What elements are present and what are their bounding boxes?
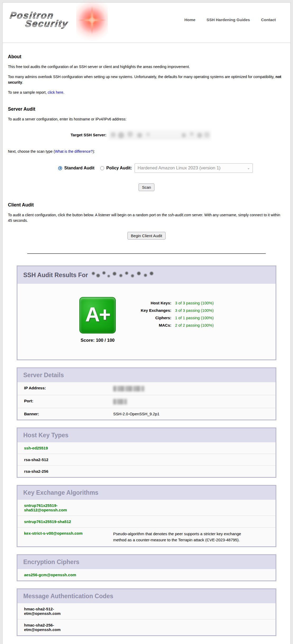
client-audit-domain: ssh-audit.com xyxy=(168,213,191,217)
mac-algorithm: hmac-sha2-256-etm@openssh.com xyxy=(24,623,113,632)
chevron-down-icon: ⌄ xyxy=(247,166,250,170)
algorithm-name: sntrup761x25519-sha512@openssh.com xyxy=(24,503,90,512)
site-logo[interactable]: Positron Security xyxy=(10,11,116,29)
standard-audit-label: Standard Audit xyxy=(64,166,94,170)
site-header: Positron Security Home SSH Hardening Gui… xyxy=(3,3,290,43)
nav-ssh-hardening-guides[interactable]: SSH Hardening Guides xyxy=(207,17,250,22)
kex-algorithm: sntrup761x25519-sha512 xyxy=(24,519,113,524)
table-row: kex-strict-s-v00@openssh.com Pseudo-algo… xyxy=(17,527,276,546)
grade-letter: A+ xyxy=(85,304,110,326)
cipher-algorithm: aes256-gcm@openssh.com xyxy=(24,573,113,577)
algorithm-name: hmac-sha2-256-etm@openssh.com xyxy=(24,623,80,632)
encryption-ciphers-header: Encryption Ciphers xyxy=(17,555,276,569)
table-row: sntrup761x25519-sha512@openssh.com xyxy=(17,500,276,516)
server-audit-title: Server Audit xyxy=(8,106,285,112)
ip-address-label: IP Address: xyxy=(24,386,113,390)
table-row: hmac-sha2-256-etm@openssh.com xyxy=(17,619,276,635)
grade-badge: A+ xyxy=(79,297,116,334)
standard-audit-radio[interactable] xyxy=(58,166,62,170)
algorithm-name: aes256-gcm@openssh.com xyxy=(24,573,76,577)
table-row: Port: xyxy=(17,395,276,408)
host-key-algorithm: rsa-sha2-512 xyxy=(24,457,113,462)
stat-label-ciphers: Ciphers: xyxy=(131,316,171,320)
table-row: sntrup761x25519-sha512 xyxy=(17,516,276,527)
about-p2-text: Too many admins overlook SSH configurati… xyxy=(8,75,276,79)
audit-results-box: SSH Audit Results For A+ Score: 100 / 10… xyxy=(17,265,276,360)
table-row: Banner: SSH-2.0-OpenSSH_9.2p1 xyxy=(17,408,276,420)
table-row: aes256-gcm@openssh.com xyxy=(17,569,276,580)
macs-header: Message Authentication Codes xyxy=(17,589,276,603)
scan-type-difference-link[interactable]: What is the difference? xyxy=(55,149,93,154)
stat-value-ciphers: 1 of 1 passing (100%) xyxy=(175,316,214,320)
redacted-hostname xyxy=(91,270,157,280)
nav-contact[interactable]: Contact xyxy=(261,17,276,22)
audit-results-title: SSH Audit Results For xyxy=(23,272,88,279)
scan-button[interactable]: Scan xyxy=(139,183,154,191)
banner-label: Banner: xyxy=(24,412,113,416)
policy-select-value: Hardened Amazon Linux 2023 (version 1) xyxy=(138,165,221,171)
stat-value-host-keys: 3 of 3 passing (100%) xyxy=(175,301,214,305)
mac-algorithm: hmac-sha2-512-etm@openssh.com xyxy=(24,607,113,616)
stats-grid: Host Keys: 3 of 3 passing (100%) Key Exc… xyxy=(131,301,214,343)
grade-column: A+ Score: 100 / 100 xyxy=(79,297,116,343)
algorithm-name: kex-strict-s-v00@openssh.com xyxy=(24,531,83,535)
key-exchange-box: Key Exchange Algorithms sntrup761x25519-… xyxy=(17,485,276,547)
table-row: rsa-sha2-256 xyxy=(17,465,276,477)
stat-label-macs: MACs: xyxy=(131,323,171,327)
about-p3-text: To see a sample report, xyxy=(8,90,48,94)
port-value-redacted xyxy=(113,399,127,404)
about-paragraph-1: This free tool audits the configuration … xyxy=(8,64,284,70)
about-p3-end: . xyxy=(63,90,64,94)
port-label: Port: xyxy=(24,399,113,403)
logo-text-line2: Security xyxy=(25,19,69,29)
audit-results-header: SSH Audit Results For xyxy=(17,266,276,284)
ip-address-value-redacted xyxy=(113,386,144,391)
policy-audit-label: Policy Audit: xyxy=(106,166,132,170)
encryption-ciphers-box: Encryption Ciphers aes256-gcm@openssh.co… xyxy=(17,554,276,581)
table-row: hmac-sha2-512-etm@openssh.com xyxy=(17,603,276,619)
about-p2-end: . xyxy=(22,80,23,84)
policy-audit-radio[interactable] xyxy=(100,166,104,170)
table-row: IP Address: xyxy=(17,382,276,395)
algorithm-name: rsa-sha2-512 xyxy=(24,457,48,462)
host-key-types-header: Host Key Types xyxy=(17,428,276,442)
algorithm-name: ssh-ed25519 xyxy=(24,446,48,450)
scan-type-end: ): xyxy=(93,149,95,154)
stat-value-macs: 2 of 2 passing (100%) xyxy=(175,323,214,327)
algorithm-name: sntrup761x25519-sha512 xyxy=(24,519,71,524)
client-audit-text: To audit a client configuration, click t… xyxy=(8,213,168,217)
server-details-header: Server Details xyxy=(17,368,276,382)
kex-algorithm-note: Pseudo-algorithm that denotes the peer s… xyxy=(113,531,253,543)
host-key-algorithm: rsa-sha2-256 xyxy=(24,469,113,474)
section-divider xyxy=(27,253,265,254)
about-title: About xyxy=(8,54,285,60)
server-details-box: Server Details IP Address: Port: Banner:… xyxy=(17,367,276,420)
policy-select[interactable]: Hardened Amazon Linux 2023 (version 1) ⌄ xyxy=(135,163,253,173)
server-audit-intro: To audit a server configuration, enter i… xyxy=(8,116,284,122)
sample-report-link[interactable]: click here xyxy=(48,90,63,94)
scan-type-line: Next, choose the scan type (What is the … xyxy=(8,149,284,154)
main-page-card: Positron Security Home SSH Hardening Gui… xyxy=(2,2,291,644)
host-key-types-box: Host Key Types ssh-ed25519 rsa-sha2-512 … xyxy=(17,427,276,478)
nav-home[interactable]: Home xyxy=(184,17,195,22)
algorithm-name: hmac-sha2-512-etm@openssh.com xyxy=(24,607,80,616)
begin-client-audit-button[interactable]: Begin Client Audit xyxy=(127,232,166,240)
client-audit-paragraph: To audit a client configuration, click t… xyxy=(8,212,284,223)
table-row: rsa-sha2-512 xyxy=(17,454,276,465)
algorithm-name: rsa-sha2-256 xyxy=(24,469,48,474)
kex-algorithm: sntrup761x25519-sha512@openssh.com xyxy=(24,503,113,512)
client-audit-title: Client Audit xyxy=(8,202,285,208)
stat-label-host-keys: Host Keys: xyxy=(131,301,171,305)
table-row: ssh-ed25519 xyxy=(17,442,276,454)
target-server-row: Target SSH Server: xyxy=(71,130,285,140)
target-server-input-redacted[interactable] xyxy=(108,130,211,140)
host-key-algorithm: ssh-ed25519 xyxy=(24,446,113,450)
scan-type-options: Standard Audit Policy Audit: Hardened Am… xyxy=(58,163,285,173)
stat-value-key-exchanges: 3 of 3 passing (100%) xyxy=(175,308,214,313)
target-server-label: Target SSH Server: xyxy=(71,133,107,137)
stat-label-key-exchanges: Key Exchanges: xyxy=(131,308,171,313)
key-exchange-header: Key Exchange Algorithms xyxy=(17,486,276,500)
kex-algorithm: kex-strict-s-v00@openssh.com xyxy=(24,531,113,535)
score-summary: A+ Score: 100 / 100 Host Keys: 3 of 3 pa… xyxy=(17,284,276,359)
about-paragraph-2: Too many admins overlook SSH configurati… xyxy=(8,74,284,85)
